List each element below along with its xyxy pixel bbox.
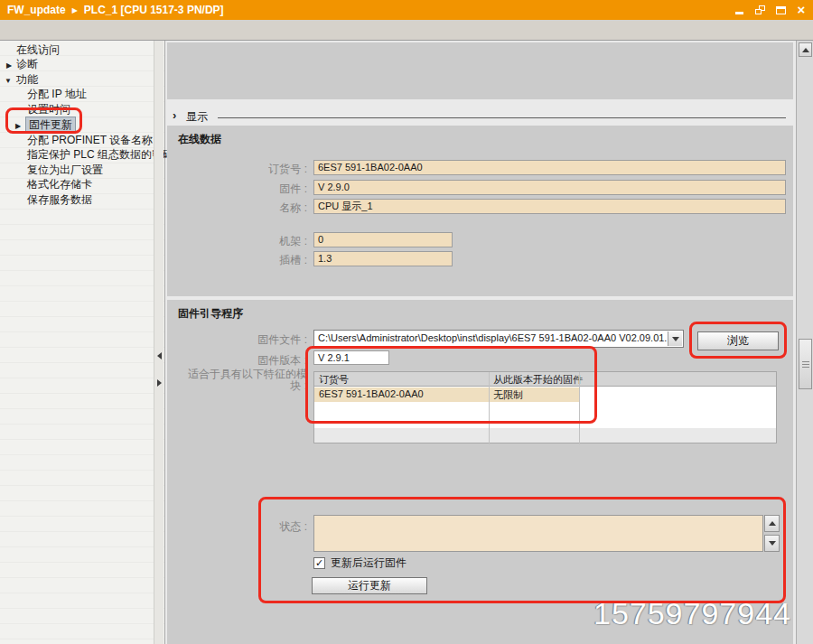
check-icon: ✓	[315, 557, 323, 568]
chevron-up-icon	[769, 521, 776, 526]
breadcrumb-device[interactable]: PLC_1 [CPU 1517-3 PN/DP]	[84, 4, 224, 16]
tia-firmware-update-window: FW_update ▶ PLC_1 [CPU 1517-3 PN/DP] × 在…	[0, 0, 813, 644]
order-number-label: 订货号 :	[181, 162, 307, 177]
status-scroll-up-button[interactable]	[764, 515, 780, 532]
restore-icon	[755, 5, 765, 14]
main-scrollbar[interactable]	[796, 41, 813, 644]
firmware-loader-panel	[167, 300, 793, 644]
name-label: 名称 :	[181, 201, 307, 216]
sidebar-item-protect-password[interactable]: 指定保护 PLC 组态数据的密码	[0, 147, 154, 163]
table-empty-row	[314, 428, 776, 443]
column-header-order-number[interactable]: 订货号	[319, 373, 349, 387]
browse-button[interactable]: 浏览	[697, 331, 779, 350]
sidebar-item-save-service-data[interactable]: 保存服务数据	[0, 192, 154, 208]
firmware-file-label: 固件文件 :	[181, 332, 307, 348]
slot-label: 插槽 :	[181, 253, 307, 268]
sidebar-item-firmware-update[interactable]: ▶固件更新	[0, 117, 154, 133]
firmware-file-path: C:\Users\Administrator\Desktop\inst\disp…	[318, 332, 667, 343]
rack-field: 0	[313, 232, 453, 247]
sidebar-item-diagnostics[interactable]: ▶诊断	[0, 57, 154, 72]
online-data-heading: 在线数据	[178, 132, 221, 147]
slot-field: 1.3	[313, 251, 453, 266]
close-icon: ×	[798, 4, 806, 16]
firmware-label: 固件 :	[181, 182, 307, 197]
watermark: 15759797944	[593, 596, 791, 631]
cell-firmware-restriction: 无限制	[493, 388, 523, 402]
display-section-chevron-icon[interactable]: ›	[173, 108, 176, 122]
window-controls: ×	[733, 0, 808, 20]
restore-button[interactable]	[753, 4, 766, 16]
sidebar-tree: 在线访问 ▶诊断 ▼功能 分配 IP 地址 设置时间 ▶固件更新 分配 PROF…	[0, 41, 165, 644]
display-section-header[interactable]: 显示	[186, 109, 208, 125]
scrollbar-up-button[interactable]	[799, 42, 812, 57]
suitable-modules-label-line2: 块 :	[126, 378, 307, 394]
display-section-rule	[218, 117, 786, 118]
splitter-collapse-icon[interactable]	[157, 352, 162, 359]
status-label: 状态 :	[181, 519, 307, 535]
run-update-button[interactable]: 运行更新	[312, 577, 427, 594]
run-after-update-checkbox[interactable]: ✓	[313, 557, 325, 569]
sidebar-item-format-card[interactable]: 格式化存储卡	[0, 177, 154, 192]
sidebar-item-assign-profinet-name[interactable]: 分配 PROFINET 设备名称	[0, 133, 154, 148]
name-field: CPU 显示_1	[313, 199, 786, 214]
table-row[interactable]: 6ES7 591-1BA02-0AA0 无限制	[314, 387, 579, 402]
maximize-icon	[776, 6, 786, 14]
firmware-loader-heading: 固件引导程序	[178, 306, 243, 322]
modules-table-header: 订货号 从此版本开始的固件	[314, 372, 776, 387]
tree-collapsed-icon[interactable]: ▶	[6, 58, 12, 73]
scrollbar-thumb[interactable]	[799, 339, 812, 389]
order-number-field: 6ES7 591-1BA02-0AA0	[313, 160, 786, 175]
minimize-icon	[735, 12, 743, 14]
firmware-file-combobox[interactable]: C:\Users\Administrator\Desktop\inst\disp…	[313, 330, 684, 348]
breadcrumb-arrow-icon: ▶	[72, 6, 78, 14]
modules-table[interactable]: 订货号 从此版本开始的固件 6ES7 591-1BA02-0AA0 无限制	[313, 371, 777, 443]
table-column-divider	[489, 372, 490, 444]
arrow-up-icon	[802, 48, 809, 52]
rack-label: 机架 :	[181, 234, 307, 249]
run-after-update-label: 更新后运行固件	[331, 555, 406, 571]
chevron-down-icon	[672, 337, 679, 341]
sidebar-splitter[interactable]	[154, 41, 164, 644]
firmware-version-field: V 2.9.1	[313, 350, 389, 365]
sidebar-item-factory-reset[interactable]: 复位为出厂设置	[0, 163, 154, 178]
close-button[interactable]: ×	[795, 4, 808, 16]
status-scroll-down-button[interactable]	[764, 535, 780, 552]
combobox-dropdown-button[interactable]	[668, 331, 682, 346]
table-column-divider	[579, 372, 580, 444]
top-placeholder-panel	[167, 42, 793, 99]
column-header-firmware-from-version[interactable]: 从此版本开始的固件	[493, 373, 583, 387]
sidebar-item-online-access[interactable]: 在线访问	[0, 42, 154, 58]
sidebar-item-set-time[interactable]: 设置时间	[0, 102, 154, 117]
chevron-down-icon	[769, 541, 776, 546]
toolbar-strip	[0, 20, 813, 41]
minimize-button[interactable]	[733, 4, 745, 16]
sidebar-item-functions[interactable]: ▼功能	[0, 72, 154, 88]
breadcrumb: FW_update ▶ PLC_1 [CPU 1517-3 PN/DP]	[0, 4, 224, 16]
title-bar: FW_update ▶ PLC_1 [CPU 1517-3 PN/DP] ×	[0, 0, 813, 20]
status-textarea[interactable]	[313, 515, 763, 552]
sidebar-item-assign-ip[interactable]: 分配 IP 地址	[0, 87, 154, 102]
firmware-field: V 2.9.0	[313, 180, 786, 195]
breadcrumb-project[interactable]: FW_update	[7, 4, 66, 16]
maximize-button[interactable]	[774, 4, 787, 16]
tree-collapsed-icon[interactable]: ▶	[15, 118, 21, 134]
cell-order-number: 6ES7 591-1BA02-0AA0	[319, 388, 424, 399]
